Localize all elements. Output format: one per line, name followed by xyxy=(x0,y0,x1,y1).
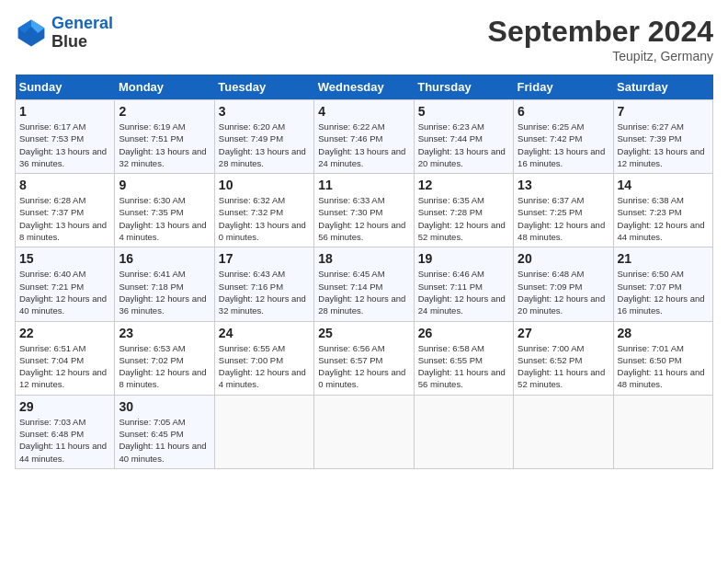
calendar-cell: 8Sunrise: 6:28 AM Sunset: 7:37 PM Daylig… xyxy=(16,174,115,247)
calendar-cell: 28Sunrise: 7:01 AM Sunset: 6:50 PM Dayli… xyxy=(613,321,712,395)
day-number: 29 xyxy=(19,399,110,414)
calendar-cell: 21Sunrise: 6:50 AM Sunset: 7:07 PM Dayli… xyxy=(613,247,712,321)
day-info: Sunrise: 6:53 AM Sunset: 7:02 PM Dayligh… xyxy=(119,342,210,391)
calendar-cell: 25Sunrise: 6:56 AM Sunset: 6:57 PM Dayli… xyxy=(314,321,414,395)
calendar-cell: 19Sunrise: 6:46 AM Sunset: 7:11 PM Dayli… xyxy=(414,247,513,321)
month-title: September 2024 xyxy=(488,15,713,49)
calendar-week-row: 1Sunrise: 6:17 AM Sunset: 7:53 PM Daylig… xyxy=(16,100,713,174)
day-info: Sunrise: 7:01 AM Sunset: 6:50 PM Dayligh… xyxy=(618,342,709,391)
day-number: 7 xyxy=(618,104,709,119)
day-info: Sunrise: 6:56 AM Sunset: 6:57 PM Dayligh… xyxy=(318,342,409,391)
day-info: Sunrise: 6:37 AM Sunset: 7:25 PM Dayligh… xyxy=(518,194,609,243)
day-number: 17 xyxy=(219,251,310,266)
page-header: General Blue September 2024 Teupitz, Ger… xyxy=(15,15,713,63)
calendar-cell: 5Sunrise: 6:23 AM Sunset: 7:44 PM Daylig… xyxy=(414,100,513,174)
calendar-cell xyxy=(514,395,613,468)
calendar-week-row: 22Sunrise: 6:51 AM Sunset: 7:04 PM Dayli… xyxy=(16,321,713,395)
day-number: 1 xyxy=(19,104,110,119)
day-number: 18 xyxy=(318,251,409,266)
calendar-week-row: 29Sunrise: 7:03 AM Sunset: 6:48 PM Dayli… xyxy=(16,395,713,468)
day-info: Sunrise: 6:43 AM Sunset: 7:16 PM Dayligh… xyxy=(219,268,310,316)
day-info: Sunrise: 6:40 AM Sunset: 7:21 PM Dayligh… xyxy=(19,268,110,316)
day-number: 12 xyxy=(418,178,509,192)
calendar-cell: 7Sunrise: 6:27 AM Sunset: 7:39 PM Daylig… xyxy=(613,100,712,174)
header-monday: Monday xyxy=(115,75,214,100)
location: Teupitz, Germany xyxy=(488,49,713,63)
calendar-cell: 23Sunrise: 6:53 AM Sunset: 7:02 PM Dayli… xyxy=(115,321,214,395)
day-info: Sunrise: 6:38 AM Sunset: 7:23 PM Dayligh… xyxy=(618,194,709,243)
day-info: Sunrise: 6:41 AM Sunset: 7:18 PM Dayligh… xyxy=(119,268,210,316)
day-number: 14 xyxy=(618,178,709,192)
day-info: Sunrise: 6:33 AM Sunset: 7:30 PM Dayligh… xyxy=(318,194,409,243)
day-info: Sunrise: 6:22 AM Sunset: 7:46 PM Dayligh… xyxy=(318,121,409,169)
calendar-cell: 17Sunrise: 6:43 AM Sunset: 7:16 PM Dayli… xyxy=(214,247,313,321)
calendar-table: SundayMondayTuesdayWednesdayThursdayFrid… xyxy=(15,75,713,469)
day-number: 19 xyxy=(418,251,509,266)
day-number: 28 xyxy=(618,326,709,340)
calendar-cell: 27Sunrise: 7:00 AM Sunset: 6:52 PM Dayli… xyxy=(514,321,613,395)
logo-icon xyxy=(15,17,48,50)
day-number: 10 xyxy=(219,178,310,192)
header-thursday: Thursday xyxy=(414,75,513,100)
calendar-cell: 6Sunrise: 6:25 AM Sunset: 7:42 PM Daylig… xyxy=(514,100,613,174)
title-block: September 2024 Teupitz, Germany xyxy=(488,15,713,63)
day-number: 9 xyxy=(119,178,210,192)
day-info: Sunrise: 6:28 AM Sunset: 7:37 PM Dayligh… xyxy=(19,194,110,243)
day-info: Sunrise: 6:30 AM Sunset: 7:35 PM Dayligh… xyxy=(119,194,210,243)
day-number: 21 xyxy=(618,251,709,266)
day-info: Sunrise: 6:46 AM Sunset: 7:11 PM Dayligh… xyxy=(418,268,509,316)
day-info: Sunrise: 6:27 AM Sunset: 7:39 PM Dayligh… xyxy=(618,121,709,169)
day-info: Sunrise: 6:55 AM Sunset: 7:00 PM Dayligh… xyxy=(219,342,310,391)
calendar-cell: 15Sunrise: 6:40 AM Sunset: 7:21 PM Dayli… xyxy=(16,247,115,321)
day-info: Sunrise: 6:51 AM Sunset: 7:04 PM Dayligh… xyxy=(19,342,110,391)
calendar-cell: 24Sunrise: 6:55 AM Sunset: 7:00 PM Dayli… xyxy=(214,321,313,395)
day-info: Sunrise: 6:50 AM Sunset: 7:07 PM Dayligh… xyxy=(618,268,709,316)
calendar-cell xyxy=(414,395,513,468)
calendar-cell xyxy=(214,395,313,468)
logo-text: General Blue xyxy=(51,15,113,52)
calendar-cell: 18Sunrise: 6:45 AM Sunset: 7:14 PM Dayli… xyxy=(314,247,414,321)
calendar-cell: 26Sunrise: 6:58 AM Sunset: 6:55 PM Dayli… xyxy=(414,321,513,395)
calendar-cell: 16Sunrise: 6:41 AM Sunset: 7:18 PM Dayli… xyxy=(115,247,214,321)
day-info: Sunrise: 7:03 AM Sunset: 6:48 PM Dayligh… xyxy=(19,416,110,465)
calendar-cell: 20Sunrise: 6:48 AM Sunset: 7:09 PM Dayli… xyxy=(514,247,613,321)
day-number: 16 xyxy=(119,251,210,266)
day-number: 11 xyxy=(318,178,409,192)
day-info: Sunrise: 7:00 AM Sunset: 6:52 PM Dayligh… xyxy=(518,342,609,391)
day-info: Sunrise: 6:20 AM Sunset: 7:49 PM Dayligh… xyxy=(219,121,310,169)
calendar-cell: 10Sunrise: 6:32 AM Sunset: 7:32 PM Dayli… xyxy=(214,174,313,247)
day-info: Sunrise: 6:17 AM Sunset: 7:53 PM Dayligh… xyxy=(19,121,110,169)
header-sunday: Sunday xyxy=(16,75,115,100)
calendar-cell: 13Sunrise: 6:37 AM Sunset: 7:25 PM Dayli… xyxy=(514,174,613,247)
day-info: Sunrise: 6:32 AM Sunset: 7:32 PM Dayligh… xyxy=(219,194,310,243)
calendar-cell: 3Sunrise: 6:20 AM Sunset: 7:49 PM Daylig… xyxy=(214,100,313,174)
day-info: Sunrise: 6:48 AM Sunset: 7:09 PM Dayligh… xyxy=(518,268,609,316)
day-number: 15 xyxy=(19,251,110,266)
header-friday: Friday xyxy=(514,75,613,100)
calendar-cell: 9Sunrise: 6:30 AM Sunset: 7:35 PM Daylig… xyxy=(115,174,214,247)
day-number: 24 xyxy=(219,326,310,340)
calendar-cell xyxy=(613,395,712,468)
day-number: 4 xyxy=(318,104,409,119)
day-number: 25 xyxy=(318,326,409,340)
day-number: 5 xyxy=(418,104,509,119)
calendar-week-row: 8Sunrise: 6:28 AM Sunset: 7:37 PM Daylig… xyxy=(16,174,713,247)
calendar-header-row: SundayMondayTuesdayWednesdayThursdayFrid… xyxy=(16,75,713,100)
header-saturday: Saturday xyxy=(613,75,712,100)
calendar-cell: 4Sunrise: 6:22 AM Sunset: 7:46 PM Daylig… xyxy=(314,100,414,174)
day-info: Sunrise: 6:58 AM Sunset: 6:55 PM Dayligh… xyxy=(418,342,509,391)
header-wednesday: Wednesday xyxy=(314,75,414,100)
day-number: 6 xyxy=(518,104,609,119)
day-info: Sunrise: 7:05 AM Sunset: 6:45 PM Dayligh… xyxy=(119,416,210,465)
calendar-cell: 30Sunrise: 7:05 AM Sunset: 6:45 PM Dayli… xyxy=(115,395,214,468)
calendar-cell: 12Sunrise: 6:35 AM Sunset: 7:28 PM Dayli… xyxy=(414,174,513,247)
calendar-cell: 11Sunrise: 6:33 AM Sunset: 7:30 PM Dayli… xyxy=(314,174,414,247)
day-number: 30 xyxy=(119,399,210,414)
day-number: 20 xyxy=(518,251,609,266)
day-number: 8 xyxy=(19,178,110,192)
day-info: Sunrise: 6:23 AM Sunset: 7:44 PM Dayligh… xyxy=(418,121,509,169)
day-info: Sunrise: 6:25 AM Sunset: 7:42 PM Dayligh… xyxy=(518,121,609,169)
day-number: 13 xyxy=(518,178,609,192)
logo: General Blue xyxy=(15,15,113,52)
calendar-cell: 14Sunrise: 6:38 AM Sunset: 7:23 PM Dayli… xyxy=(613,174,712,247)
